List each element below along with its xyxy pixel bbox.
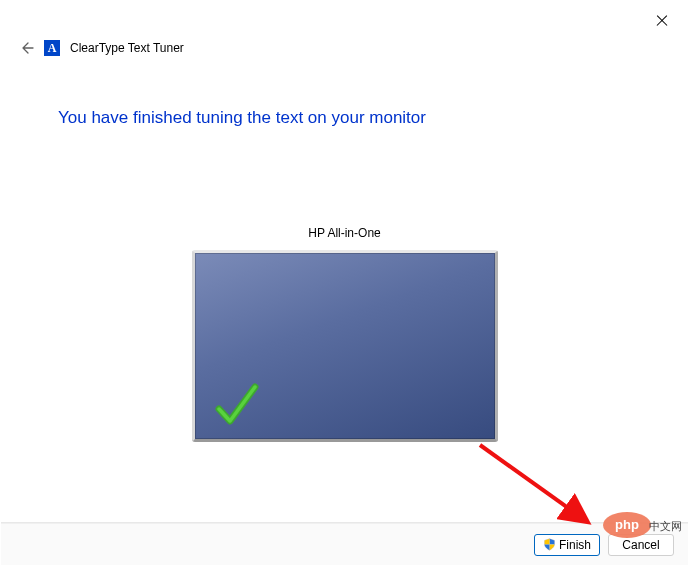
footer: Finish Cancel	[1, 523, 688, 565]
header: A ClearType Text Tuner	[18, 40, 184, 56]
monitor-label: HP All-in-One	[0, 226, 689, 240]
uac-shield-icon	[543, 538, 556, 551]
back-arrow-icon	[18, 40, 34, 56]
cancel-button-label: Cancel	[622, 538, 659, 552]
svg-line-0	[480, 445, 585, 520]
app-title: ClearType Text Tuner	[70, 41, 184, 55]
back-button[interactable]	[18, 40, 34, 56]
close-button[interactable]	[655, 14, 669, 28]
finish-button[interactable]: Finish	[534, 534, 600, 556]
annotation-arrow-icon	[475, 440, 605, 530]
app-icon: A	[44, 40, 60, 56]
checkmark-icon	[213, 381, 261, 429]
cancel-button[interactable]: Cancel	[608, 534, 674, 556]
finish-button-label: Finish	[559, 538, 591, 552]
page-heading: You have finished tuning the text on you…	[58, 108, 426, 128]
monitor-preview	[192, 250, 498, 442]
